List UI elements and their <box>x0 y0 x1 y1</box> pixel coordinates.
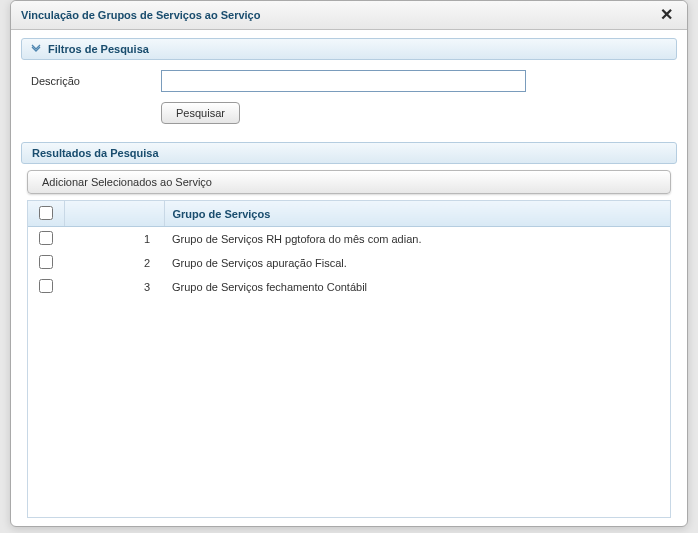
chevron-down-icon <box>30 43 42 55</box>
table-header-row: Grupo de Serviços <box>28 201 670 227</box>
descricao-row: Descrição <box>21 70 677 92</box>
row-number: 1 <box>64 227 164 252</box>
search-button-row: Pesquisar <box>21 102 677 124</box>
row-grupo: Grupo de Serviços apuração Fiscal. <box>164 251 670 275</box>
row-checkbox-cell <box>28 275 64 299</box>
row-number: 3 <box>64 275 164 299</box>
results-table-wrap: Grupo de Serviços 1Grupo de Serviços RH … <box>27 200 671 518</box>
descricao-label: Descrição <box>31 75 161 87</box>
table-row: 1Grupo de Serviços RH pgtofora do mês co… <box>28 227 670 252</box>
select-all-checkbox[interactable] <box>39 206 53 220</box>
header-grupo: Grupo de Serviços <box>164 201 670 227</box>
row-checkbox[interactable] <box>39 279 53 293</box>
table-row: 2Grupo de Serviços apuração Fiscal. <box>28 251 670 275</box>
add-selected-button[interactable]: Adicionar Selecionados ao Serviço <box>27 170 671 194</box>
results-section-header: Resultados da Pesquisa <box>21 142 677 164</box>
header-checkbox-cell <box>28 201 64 227</box>
search-button[interactable]: Pesquisar <box>161 102 240 124</box>
dialog-title: Vinculação de Grupos de Serviços ao Serv… <box>21 9 260 21</box>
row-grupo: Grupo de Serviços fechamento Contábil <box>164 275 670 299</box>
row-checkbox[interactable] <box>39 231 53 245</box>
row-grupo: Grupo de Serviços RH pgtofora do mês com… <box>164 227 670 252</box>
dialog-body: Filtros de Pesquisa Descrição Pesquisar … <box>11 30 687 526</box>
filters-section-header[interactable]: Filtros de Pesquisa <box>21 38 677 60</box>
header-row-number <box>64 201 164 227</box>
table-row: 3Grupo de Serviços fechamento Contábil <box>28 275 670 299</box>
descricao-input[interactable] <box>161 70 526 92</box>
dialog-window: Vinculação de Grupos de Serviços ao Serv… <box>10 0 688 527</box>
row-checkbox-cell <box>28 251 64 275</box>
row-number: 2 <box>64 251 164 275</box>
filters-section-title: Filtros de Pesquisa <box>48 43 149 55</box>
row-checkbox[interactable] <box>39 255 53 269</box>
close-icon[interactable]: ✕ <box>656 7 677 23</box>
row-checkbox-cell <box>28 227 64 252</box>
dialog-header: Vinculação de Grupos de Serviços ao Serv… <box>11 1 687 30</box>
results-table: Grupo de Serviços 1Grupo de Serviços RH … <box>28 201 670 299</box>
results-section-title: Resultados da Pesquisa <box>32 147 159 159</box>
